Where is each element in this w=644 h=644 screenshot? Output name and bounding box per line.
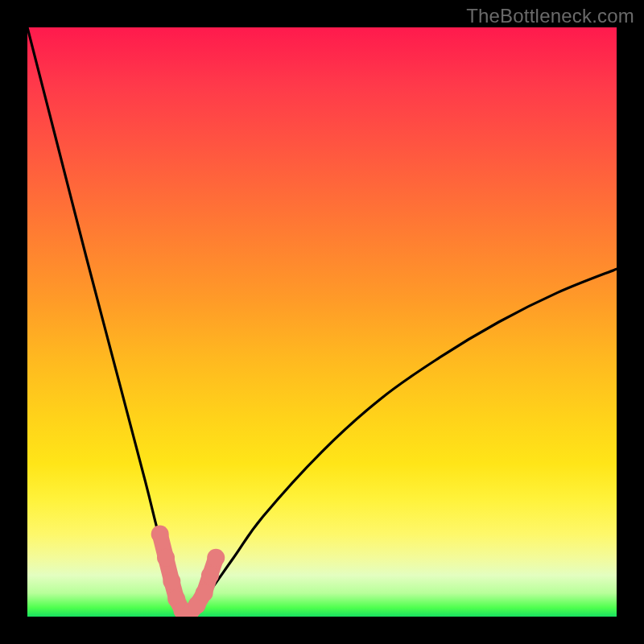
chart-svg [27, 27, 617, 617]
curve-marker [163, 572, 180, 590]
marker-group [151, 526, 225, 617]
curve-marker [207, 549, 225, 567]
curve-marker [196, 584, 213, 602]
watermark-text: TheBottleneck.com [466, 5, 634, 27]
plot-area [27, 27, 617, 617]
bottleneck-curve [27, 27, 617, 617]
curve-marker [157, 549, 175, 567]
outer-frame: TheBottleneck.com [0, 0, 644, 644]
curve-marker [151, 526, 169, 543]
curve-marker [201, 567, 219, 584]
